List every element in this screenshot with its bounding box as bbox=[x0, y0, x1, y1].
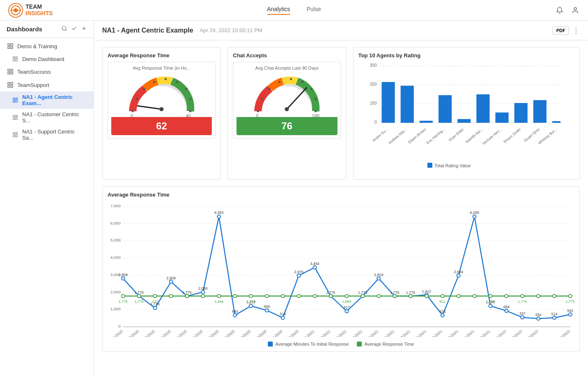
svg-point-111 bbox=[122, 277, 125, 280]
sidebar-item-team-support[interactable]: TeamSupport bbox=[0, 78, 94, 91]
widgets-row: Average Response Time Avg Response Time … bbox=[94, 40, 588, 183]
svg-line-60 bbox=[287, 88, 307, 109]
svg-point-166 bbox=[537, 295, 540, 298]
svg-text:7,000: 7,000 bbox=[110, 204, 121, 208]
more-options-icon[interactable]: ⋮ bbox=[572, 26, 580, 35]
svg-rect-37 bbox=[16, 135, 17, 137]
tab-analytics[interactable]: Analytics bbox=[267, 6, 290, 15]
svg-text:1,775: 1,775 bbox=[406, 290, 415, 295]
svg-rect-16 bbox=[13, 59, 15, 61]
svg-point-163 bbox=[489, 295, 492, 298]
svg-text:237: 237 bbox=[152, 300, 158, 304]
svg-text:06/2020: 06/2020 bbox=[191, 329, 204, 337]
sidebar-item-demo-dashboard[interactable]: Demo Dashboard bbox=[0, 53, 94, 65]
svg-text:Edwin Brown: Edwin Brown bbox=[407, 127, 426, 144]
svg-text:6,269: 6,269 bbox=[470, 211, 479, 215]
notification-icon[interactable] bbox=[555, 6, 564, 15]
svg-text:1,775: 1,775 bbox=[134, 290, 143, 295]
user-icon[interactable] bbox=[571, 6, 580, 15]
pdf-button[interactable]: PDF bbox=[553, 26, 569, 35]
dashboard-title-area: NA1 - Agent Centric Example Apr 24, 2022… bbox=[102, 27, 262, 34]
svg-point-58 bbox=[315, 98, 317, 100]
bar-chart-widget: Top 10 Agents by Rating 300 200 100 0 bbox=[353, 47, 580, 180]
svg-text:1,446: 1,446 bbox=[214, 300, 223, 304]
svg-text:10/2020: 10/2020 bbox=[255, 329, 267, 337]
svg-point-40 bbox=[143, 88, 145, 90]
svg-text:6,393: 6,393 bbox=[214, 211, 223, 215]
svg-text:911: 911 bbox=[440, 300, 446, 304]
dashboard-title: NA1 - Agent Centric Example bbox=[102, 27, 193, 34]
svg-rect-10 bbox=[8, 44, 10, 46]
svg-text:Shaun Smith: Shaun Smith bbox=[502, 127, 521, 144]
svg-point-131 bbox=[441, 314, 444, 317]
sidebar: Dashboards Demo & Training bbox=[0, 21, 94, 377]
sidebar-check-icon[interactable] bbox=[71, 26, 77, 33]
svg-text:05/2020: 05/2020 bbox=[175, 329, 187, 337]
svg-text:04/2020: 04/2020 bbox=[159, 329, 171, 337]
svg-point-156 bbox=[377, 295, 380, 298]
line-chart-section: Average Response Time 7,000 6,000 5,000 … bbox=[94, 183, 588, 377]
svg-point-139 bbox=[569, 313, 572, 316]
svg-rect-19 bbox=[11, 69, 13, 71]
svg-text:5,000: 5,000 bbox=[110, 238, 121, 242]
svg-text:Eric Harring...: Eric Harring... bbox=[425, 127, 445, 145]
sidebar-search-icon[interactable] bbox=[61, 26, 67, 33]
svg-text:1,775: 1,775 bbox=[246, 300, 255, 304]
sidebar-item-team-success[interactable]: TeamSuccess bbox=[0, 65, 94, 78]
svg-text:2,819: 2,819 bbox=[374, 273, 383, 277]
grid-icon-na1-agent bbox=[12, 96, 19, 104]
svg-text:3,454: 3,454 bbox=[310, 262, 319, 266]
svg-text:1,583: 1,583 bbox=[342, 300, 351, 304]
svg-text:4,000: 4,000 bbox=[110, 255, 121, 260]
svg-point-57 bbox=[311, 88, 313, 90]
svg-text:2,030: 2,030 bbox=[198, 286, 207, 290]
svg-point-167 bbox=[553, 295, 556, 298]
tab-pulse[interactable]: Pulse bbox=[307, 6, 321, 15]
svg-point-48 bbox=[159, 107, 164, 111]
svg-rect-73 bbox=[401, 86, 414, 123]
sidebar-item-na1-agent[interactable]: NA1 - Agent Centric Exam... bbox=[0, 91, 94, 109]
svg-point-138 bbox=[553, 316, 556, 319]
top-nav: TEAM INSIGHTS Analytics Pulse bbox=[0, 0, 588, 21]
svg-text:01/2020: 01/2020 bbox=[111, 329, 124, 337]
legend-green-label: Average Response Time bbox=[364, 342, 414, 347]
svg-point-143 bbox=[169, 295, 173, 298]
svg-text:1,000: 1,000 bbox=[110, 307, 121, 311]
sidebar-item-label-na1-support: NA1 - Support Centric Sa... bbox=[22, 129, 87, 141]
svg-rect-32 bbox=[13, 117, 15, 119]
legend-blue-label: Average Minutes To Initial Response bbox=[275, 342, 349, 347]
svg-point-38 bbox=[132, 110, 134, 112]
svg-point-6 bbox=[62, 26, 66, 30]
svg-text:514: 514 bbox=[280, 312, 286, 316]
green-dots bbox=[122, 295, 572, 298]
svg-text:514: 514 bbox=[551, 312, 558, 316]
svg-rect-74 bbox=[419, 121, 433, 123]
sidebar-add-icon[interactable] bbox=[81, 26, 87, 33]
svg-text:1,775: 1,775 bbox=[134, 300, 143, 304]
svg-rect-28 bbox=[13, 100, 15, 102]
svg-point-149 bbox=[265, 295, 269, 298]
blue-dots bbox=[122, 215, 572, 320]
legend-green-dot bbox=[357, 342, 362, 347]
sidebar-item-demo-training[interactable]: Demo & Training bbox=[0, 40, 94, 53]
svg-point-154 bbox=[345, 295, 348, 298]
svg-text:Andre Gu...: Andre Gu... bbox=[371, 127, 389, 143]
svg-text:1,775: 1,775 bbox=[390, 290, 399, 295]
svg-text:0: 0 bbox=[118, 324, 121, 328]
svg-text:09/2020: 09/2020 bbox=[239, 329, 251, 337]
line-chart-card: Average Response Time 7,000 6,000 5,000 … bbox=[102, 186, 580, 352]
svg-point-134 bbox=[489, 304, 492, 307]
svg-rect-81 bbox=[552, 121, 560, 123]
svg-text:09/2021: 09/2021 bbox=[430, 329, 443, 337]
svg-rect-15 bbox=[16, 57, 17, 58]
sidebar-item-na1-customer[interactable]: NA1 - Customer Centric S... bbox=[0, 109, 94, 126]
legend-item-green: Average Response Time bbox=[357, 342, 414, 347]
svg-text:1,775: 1,775 bbox=[518, 300, 527, 304]
svg-text:684: 684 bbox=[504, 305, 510, 309]
svg-text:07/2020: 07/2020 bbox=[206, 329, 219, 337]
svg-rect-26 bbox=[13, 98, 15, 99]
svg-point-55 bbox=[290, 78, 292, 80]
sidebar-item-na1-support[interactable]: NA1 - Support Centric Sa... bbox=[0, 126, 94, 143]
svg-point-113 bbox=[153, 306, 157, 309]
svg-point-137 bbox=[537, 317, 540, 320]
